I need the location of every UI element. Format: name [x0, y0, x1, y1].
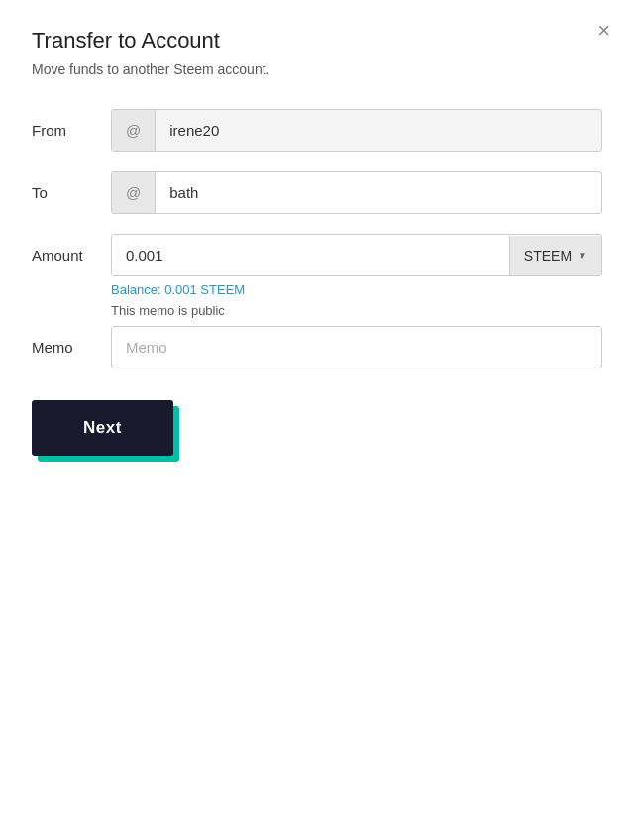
transfer-modal: × Transfer to Account Move funds to anot…	[0, 0, 634, 840]
amount-row: Amount STEEM ▼ Balance: 0.001 STEEM	[32, 234, 602, 297]
from-at-prefix: @	[112, 110, 156, 151]
to-label: To	[32, 184, 111, 201]
to-at-prefix: @	[112, 172, 156, 213]
from-row: From @	[32, 109, 602, 152]
amount-input-row: STEEM ▼	[111, 234, 602, 276]
modal-subtitle: Move funds to another Steem account.	[32, 61, 602, 77]
amount-input[interactable]	[112, 235, 509, 275]
memo-public-notice: This memo is public	[111, 303, 602, 318]
from-input[interactable]	[156, 110, 601, 151]
from-input-wrapper: @	[111, 109, 602, 152]
next-button-wrapper: Next	[32, 400, 173, 456]
modal-title: Transfer to Account	[32, 28, 602, 53]
dropdown-arrow-icon: ▼	[578, 250, 587, 261]
memo-public-text: This memo is public	[111, 303, 602, 318]
from-label: From	[32, 122, 111, 139]
currency-label: STEEM	[524, 248, 572, 263]
balance-text: Balance: 0.001 STEEM	[111, 282, 602, 297]
next-button[interactable]: Next	[32, 400, 173, 456]
currency-dropdown[interactable]: STEEM ▼	[509, 236, 601, 275]
memo-label: Memo	[32, 339, 111, 356]
to-row: To @	[32, 171, 602, 214]
memo-row: Memo	[32, 326, 602, 368]
to-input-wrapper: @	[111, 171, 602, 214]
amount-label: Amount	[32, 234, 111, 263]
to-input[interactable]	[156, 172, 601, 213]
memo-input[interactable]	[111, 326, 602, 368]
amount-wrapper: STEEM ▼ Balance: 0.001 STEEM	[111, 234, 602, 297]
close-button[interactable]: ×	[597, 20, 610, 42]
